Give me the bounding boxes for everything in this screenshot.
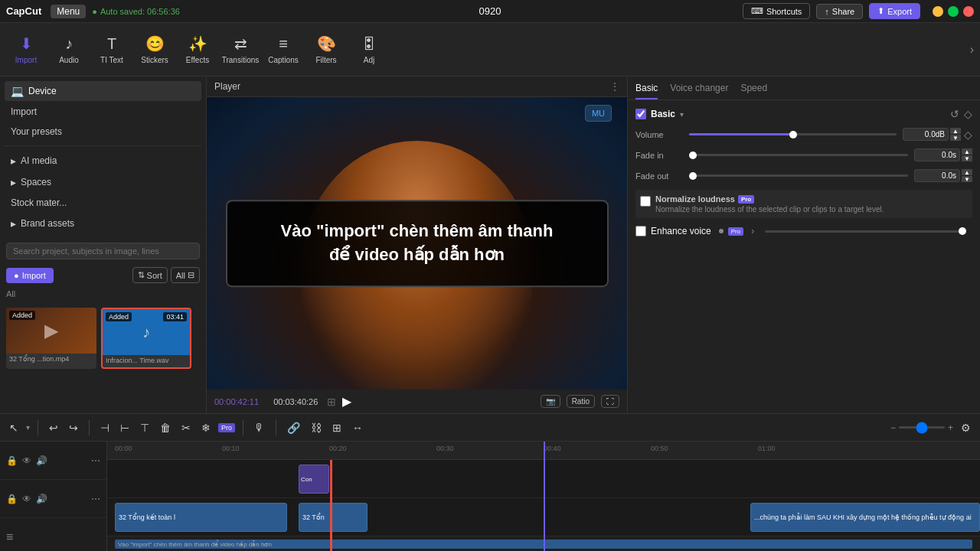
basic-checkbox[interactable] (635, 109, 646, 119)
video-clip-2[interactable]: 32 Tổn (299, 503, 368, 532)
fade-out-down-button[interactable]: ▼ (962, 176, 972, 182)
export-button[interactable]: ⬆ Export (869, 3, 920, 19)
share-button[interactable]: ↑ Share (816, 4, 863, 19)
fit-button[interactable]: ↔ (349, 419, 366, 437)
fade-in-down-button[interactable]: ▼ (962, 155, 972, 161)
volume-up-button[interactable]: ▲ (950, 128, 961, 134)
volume-slider[interactable] (689, 133, 897, 135)
fade-out-up-button[interactable]: ▲ (962, 169, 972, 175)
fade-in-up-button[interactable]: ▲ (962, 148, 972, 155)
enhance-slider[interactable] (765, 230, 966, 233)
normalize-checkbox[interactable] (640, 196, 651, 207)
more-icon-2[interactable]: ⋯ (91, 494, 100, 504)
audio-icon-2[interactable]: 🔊 (36, 494, 47, 504)
screenshot-button[interactable]: 📷 (541, 395, 560, 408)
zoom-in-icon[interactable]: + (948, 422, 953, 433)
fade-in-thumb[interactable] (689, 152, 697, 159)
tab-speed[interactable]: Speed (740, 83, 767, 99)
media-item[interactable]: ▶ Added 32 Tổng ...tion.mp4 (6, 308, 96, 369)
split-end-button[interactable]: ⊤ (137, 419, 152, 437)
captions-tool[interactable]: ≡ Captions (263, 27, 303, 73)
reset-button[interactable]: ↺ (950, 108, 959, 120)
fade-out-thumb[interactable] (689, 172, 697, 180)
ratio-button[interactable]: Ratio (567, 395, 595, 408)
volume-value[interactable] (903, 128, 949, 141)
crop-button[interactable]: ✂ (178, 419, 194, 437)
minimize-button[interactable] (933, 6, 943, 17)
filters-tool[interactable]: 🎨 Filters (306, 27, 346, 73)
transitions-tool[interactable]: ⇄ Transitions (220, 27, 260, 73)
player-menu-icon[interactable]: ⋮ (610, 81, 619, 92)
import-button[interactable]: ● Import (6, 268, 54, 283)
lock-icon-2[interactable]: 🔒 (6, 494, 18, 504)
fade-in-slider[interactable] (689, 154, 908, 156)
subtitle-icon: ≡ (6, 530, 13, 544)
tab-voice-changer[interactable]: Voice changer (670, 83, 728, 99)
text-tool[interactable]: T TI Text (92, 27, 132, 73)
more-tools-icon[interactable]: › (970, 43, 974, 57)
fade-in-value[interactable] (914, 148, 960, 161)
stickers-tool[interactable]: 😊 Stickers (135, 27, 175, 73)
undo-button[interactable]: ↩ (46, 419, 61, 437)
volume-thumb[interactable] (789, 131, 797, 139)
sort-icon: ⇅ (138, 270, 145, 280)
maximize-button[interactable] (948, 6, 959, 17)
unlink-button[interactable]: ⛓ (308, 419, 325, 437)
keyframe-button[interactable]: ◇ (964, 108, 972, 120)
video-clip-1[interactable]: 32 Tổng kết toàn l (115, 503, 287, 532)
play-button[interactable]: ▶ (342, 394, 351, 409)
topbar-right: ⌨ Shortcuts ↑ Share ⬆ Export (743, 3, 974, 19)
zoom-slider[interactable] (899, 426, 945, 429)
zoom-out-icon[interactable]: − (890, 422, 896, 433)
adj-tool[interactable]: 🎛 Adj (349, 27, 389, 73)
nav-presets[interactable]: Your presets (5, 122, 201, 141)
settings-button[interactable]: ⚙ (958, 419, 974, 437)
nav-stock[interactable]: Stock mater... (5, 194, 201, 212)
volume-keyframe-icon[interactable]: ◇ (964, 129, 972, 141)
split-start-button[interactable]: ⊣ (97, 419, 113, 437)
split-button[interactable]: ⊢ (117, 419, 132, 437)
media-item-selected[interactable]: ♪ Added 03:41 Infracion... Time.wav (101, 308, 191, 369)
mic-button[interactable]: 🎙 (251, 419, 268, 437)
delete-button[interactable]: 🗑 (157, 419, 174, 437)
shortcuts-button[interactable]: ⌨ Shortcuts (743, 3, 810, 19)
nav-spaces[interactable]: ▸ Spaces (5, 172, 201, 192)
effects-tool[interactable]: ✨ Effects (178, 27, 217, 73)
stock-label: Stock mater... (11, 197, 67, 208)
audio-tool[interactable]: ♪ Audio (49, 27, 89, 73)
video-clip-3[interactable]: ...chúng ta phải làm SAU KHI xây dựng mộ… (750, 503, 980, 532)
cursor-dropdown-icon[interactable]: ▾ (26, 423, 30, 432)
nav-device[interactable]: 💻 Device (5, 81, 201, 101)
menu-button[interactable]: Menu (51, 5, 86, 18)
enhance-thumb[interactable] (959, 227, 966, 235)
eye-icon-1[interactable]: 👁 (22, 455, 31, 466)
close-button[interactable] (963, 6, 974, 17)
group-button[interactable]: ⊞ (329, 419, 345, 437)
lock-icon-1[interactable]: 🔒 (6, 455, 18, 466)
fullscreen-button[interactable]: ⛶ (601, 395, 619, 408)
stickers-label: Stickers (141, 56, 168, 64)
freeze-button[interactable]: ❄ (198, 419, 214, 437)
fade-out-value[interactable] (914, 169, 960, 182)
eye-icon-2[interactable]: 👁 (22, 494, 31, 504)
import-nav-label: Import (11, 106, 37, 117)
nav-ai-media[interactable]: ▸ AI media (5, 151, 201, 171)
volume-down-button[interactable]: ▼ (950, 135, 961, 141)
project-time: 0920 (479, 5, 501, 17)
fade-out-slider[interactable] (689, 174, 908, 177)
tab-basic[interactable]: Basic (635, 83, 658, 99)
enhance-checkbox[interactable] (635, 226, 646, 236)
audio-icon-1[interactable]: 🔊 (36, 455, 47, 466)
more-icon-1[interactable]: ⋯ (91, 455, 100, 466)
clip-text-1[interactable]: Con (299, 465, 329, 494)
sort-button[interactable]: ⇅ Sort (132, 267, 168, 283)
playhead[interactable] (544, 442, 545, 551)
import-tool[interactable]: ⬇ Import (6, 27, 46, 73)
search-input[interactable] (6, 243, 200, 259)
nav-import[interactable]: Import (5, 103, 201, 121)
cursor-tool-button[interactable]: ↖ (6, 419, 21, 437)
nav-brand-assets[interactable]: ▸ Brand assets (5, 214, 201, 233)
all-filter-button[interactable]: All ⊟ (171, 267, 200, 283)
redo-button[interactable]: ↪ (66, 419, 81, 437)
link-audio-button[interactable]: 🔗 (284, 419, 303, 437)
